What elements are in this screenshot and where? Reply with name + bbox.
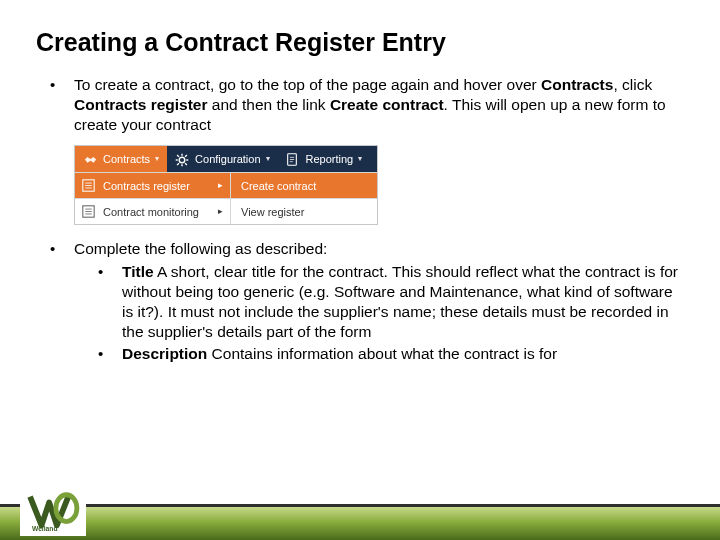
menu-screenshot: Contracts ▾ Configuration ▾ Reporting ▾ (74, 145, 378, 225)
content-body: To create a contract, go to the top of t… (36, 75, 684, 364)
handshake-icon (83, 153, 98, 166)
svg-point-0 (179, 157, 185, 163)
menu-create-contract[interactable]: Create contract (231, 173, 377, 198)
gear-icon (175, 153, 190, 166)
menu-top-bar: Contracts ▾ Configuration ▾ Reporting ▾ (75, 146, 377, 172)
svg-line-6 (185, 163, 187, 165)
page-title: Creating a Contract Register Entry (36, 28, 684, 57)
svg-line-8 (185, 155, 187, 157)
menu-configuration[interactable]: Configuration ▾ (167, 146, 277, 172)
menu-view-register[interactable]: View register (231, 199, 377, 224)
bullet-2: Complete the following as described: Tit… (50, 239, 684, 364)
menu-contract-monitoring[interactable]: Contract monitoring ▸ (75, 199, 231, 224)
svg-text:Welland: Welland (32, 525, 58, 532)
list-icon (82, 179, 97, 192)
svg-line-5 (177, 155, 179, 157)
bullet-1: To create a contract, go to the top of t… (50, 75, 684, 135)
chevron-right-icon: ▸ (218, 206, 223, 218)
menu-reporting[interactable]: Reporting ▾ (278, 146, 371, 172)
bullet-2a: Title A short, clear title for the contr… (98, 262, 684, 343)
chevron-down-icon: ▾ (358, 154, 362, 164)
brand-logo: Welland (20, 486, 86, 536)
menu-row-1: Contracts register ▸ Create contract (75, 172, 377, 198)
menu-row-2: Contract monitoring ▸ View register (75, 198, 377, 224)
footer: Welland (0, 488, 720, 540)
menu-label: Contracts (103, 152, 150, 166)
menu-label: Configuration (195, 152, 260, 166)
list-icon (82, 205, 97, 218)
menu-label: Contracts register (103, 179, 190, 193)
menu-label: Reporting (306, 152, 354, 166)
menu-contracts-register[interactable]: Contracts register ▸ (75, 173, 231, 198)
svg-line-7 (177, 163, 179, 165)
footer-gradient (0, 504, 720, 540)
chevron-right-icon: ▸ (218, 180, 223, 192)
menu-label: Contract monitoring (103, 205, 199, 219)
menu-label: Create contract (241, 179, 316, 193)
chevron-down-icon: ▾ (155, 154, 159, 164)
menu-label: View register (241, 205, 304, 219)
menu-contracts[interactable]: Contracts ▾ (75, 146, 167, 172)
chevron-down-icon: ▾ (266, 154, 270, 164)
document-icon (286, 153, 301, 166)
bullet-2b: Description Contains information about w… (98, 344, 684, 364)
